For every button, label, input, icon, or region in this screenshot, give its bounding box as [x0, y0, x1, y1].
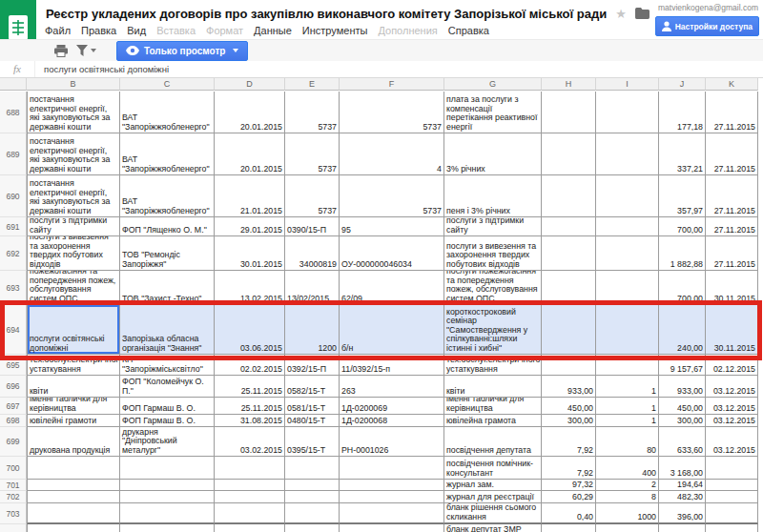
cell-F700[interactable]	[340, 457, 444, 480]
cell-G698[interactable]: ювілейна грамота	[444, 415, 542, 427]
cell-K695[interactable]: 02.12.2015	[706, 355, 758, 376]
cell-H702[interactable]: 60,29	[542, 491, 596, 503]
cell-F702[interactable]	[340, 491, 444, 503]
cell-H696[interactable]: 933,00	[542, 376, 596, 398]
cell-F697[interactable]: 1Д-0200069	[340, 398, 444, 415]
cell-K688[interactable]: 27.11.2015	[706, 92, 758, 133]
cell-B704[interactable]	[27, 524, 120, 532]
cell-J694[interactable]: 240,00	[659, 305, 706, 355]
cell-J701[interactable]: 194,64	[659, 480, 706, 491]
cell-H700[interactable]: 7,92	[542, 457, 596, 480]
cell-I696[interactable]: 1	[596, 376, 659, 398]
formula-input[interactable]: послуги освітянські допоміжні	[35, 64, 169, 74]
cell-J691[interactable]: 700,00	[659, 217, 706, 236]
cell-B702[interactable]	[27, 491, 120, 503]
cell-K693[interactable]: 30.11.2015	[706, 271, 758, 305]
cell-C688[interactable]: ВАТ "Запоріжжяобленерго"	[120, 92, 215, 133]
cell-D700[interactable]	[215, 457, 285, 480]
cell-K699[interactable]: 03.12.2015	[706, 427, 758, 457]
cell-H695[interactable]	[542, 355, 596, 376]
menu-item-справка[interactable]: Справка	[448, 25, 489, 38]
cell-D697[interactable]: 25.11.2015	[215, 398, 285, 415]
col-header-D[interactable]: D	[215, 78, 285, 91]
cell-C701[interactable]	[120, 480, 215, 491]
cell-J695[interactable]: 9 157,67	[659, 355, 706, 376]
col-header-J[interactable]: J	[659, 78, 706, 91]
cell-H699[interactable]: 7,92	[542, 427, 596, 457]
col-header-H[interactable]: H	[542, 78, 596, 91]
cell-E690[interactable]: 5737	[285, 175, 340, 217]
cell-I704[interactable]: 1000	[596, 524, 659, 532]
cell-B695[interactable]: тех.обслуг.електричного устаткування	[27, 355, 120, 376]
cell-F690[interactable]: 5737	[340, 175, 444, 217]
cell-H692[interactable]	[542, 236, 596, 271]
cell-K703[interactable]	[706, 503, 758, 524]
view-only-button[interactable]: Только просмотр	[116, 41, 248, 61]
cell-K702[interactable]	[706, 491, 758, 503]
cell-I688[interactable]	[596, 92, 659, 133]
cell-B693[interactable]: послуги пожежогасіння та попередження по…	[27, 271, 120, 305]
cell-H693[interactable]	[542, 271, 596, 305]
cell-G688[interactable]: плата за послуги з компенсації перетікан…	[444, 92, 542, 133]
cell-G694[interactable]: короткостроковий семінар "Самоствердженн…	[444, 305, 542, 355]
cell-J702[interactable]: 482,30	[659, 491, 706, 503]
cell-F701[interactable]	[340, 480, 444, 491]
cell-G690[interactable]: пеня і 3% річних	[444, 175, 542, 217]
cell-E696[interactable]: 0582/15-Т	[285, 376, 340, 398]
cell-D695[interactable]: 02.02.2015	[215, 355, 285, 376]
cell-J697[interactable]: 450,00	[659, 398, 706, 415]
cell-I698[interactable]: 1	[596, 415, 659, 427]
grid-corner[interactable]	[0, 78, 27, 91]
cell-B697[interactable]: іменні таблички для керівництва	[27, 398, 120, 415]
cell-B694[interactable]: послуги освітянські допоміжні	[27, 305, 120, 355]
cell-E689[interactable]: 5737	[285, 133, 340, 175]
print-icon[interactable]	[54, 45, 68, 57]
cell-B689[interactable]: постачання електричної енергії, які заку…	[27, 133, 120, 175]
cell-K690[interactable]: 27.11.2015	[706, 175, 758, 217]
menu-item-вид[interactable]: Вид	[127, 25, 146, 38]
cell-I689[interactable]	[596, 133, 659, 175]
row-header-689[interactable]: 689	[0, 133, 27, 175]
cell-C697[interactable]: ФОП Гармаш В. О.	[120, 398, 215, 415]
cell-H697[interactable]: 450,00	[542, 398, 596, 415]
cell-F703[interactable]	[340, 503, 444, 524]
cell-D693[interactable]: 13.02.2015	[215, 271, 285, 305]
cell-D690[interactable]: 21.01.2015	[215, 175, 285, 217]
cell-E692[interactable]: 34000819	[285, 236, 340, 271]
row-header-699[interactable]: 699	[0, 427, 27, 457]
cell-B696[interactable]: квіти	[27, 376, 120, 398]
cell-C699[interactable]: КП "Запорізька міська друкарня "Дніпровс…	[120, 427, 215, 457]
cell-H704[interactable]: 0,34	[542, 524, 596, 532]
cell-I703[interactable]: 1000	[596, 503, 659, 524]
row-header-704[interactable]: 704	[0, 524, 27, 532]
cell-K697[interactable]: 03.12.2015	[706, 398, 758, 415]
cell-G704[interactable]: бланк депутат ЗМР	[444, 524, 542, 532]
cell-K696[interactable]: 03.12.2015	[706, 376, 758, 398]
filter-icon[interactable]	[76, 45, 96, 56]
cell-E703[interactable]	[285, 503, 340, 524]
cell-F691[interactable]: 95	[340, 217, 444, 236]
col-header-K[interactable]: K	[706, 78, 758, 91]
cell-F704[interactable]	[340, 524, 444, 532]
cell-H690[interactable]	[542, 175, 596, 217]
cell-J699[interactable]: 633,60	[659, 427, 706, 457]
cell-I691[interactable]	[596, 217, 659, 236]
cell-I702[interactable]: 8	[596, 491, 659, 503]
cell-C691[interactable]: ФОП "Лященко О. М."	[120, 217, 215, 236]
cell-J692[interactable]: 1 882,88	[659, 236, 706, 271]
cell-E691[interactable]: 0390/15-П	[285, 217, 340, 236]
cell-F696[interactable]: 263	[340, 376, 444, 398]
cell-B688[interactable]: постачання електричної енергії, які заку…	[27, 92, 120, 133]
cell-I694[interactable]	[596, 305, 659, 355]
cell-J704[interactable]: 339,00	[659, 524, 706, 532]
col-header-B[interactable]: B	[27, 78, 120, 91]
cell-F693[interactable]: 62/09	[340, 271, 444, 305]
cell-C696[interactable]: ФОП "Коломейчук О. П."	[120, 376, 215, 398]
cell-K700[interactable]	[706, 457, 758, 480]
cell-G697[interactable]: іменні таблички для керівництва	[444, 398, 542, 415]
cell-C693[interactable]: ТОВ "Захист -Техно"	[120, 271, 215, 305]
cell-K704[interactable]	[706, 524, 758, 532]
cell-G703[interactable]: бланк рішення сьомого скликання	[444, 503, 542, 524]
cell-I697[interactable]: 1	[596, 398, 659, 415]
cell-H689[interactable]	[542, 133, 596, 175]
